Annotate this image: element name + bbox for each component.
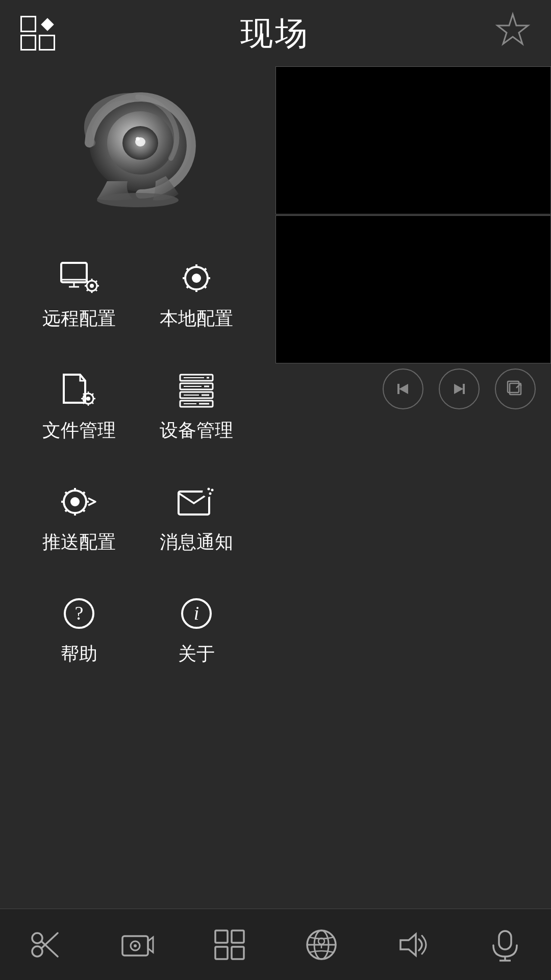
help-label: 帮助 [61, 642, 97, 667]
help-icon: ? [59, 596, 99, 631]
svg-point-6 [136, 137, 140, 141]
player-controls [276, 363, 551, 414]
svg-line-39 [92, 402, 93, 404]
main-content: 远程配置 [0, 66, 551, 914]
remote-config-label: 远程配置 [42, 306, 116, 331]
svg-point-68 [209, 493, 212, 495]
svg-line-84 [41, 933, 58, 948]
svg-line-19 [95, 289, 97, 291]
menu-item-remote-config[interactable]: 远程配置 [20, 240, 138, 352]
file-manage-label: 文件管理 [42, 418, 116, 443]
next-button[interactable] [439, 369, 480, 409]
svg-point-88 [134, 944, 137, 947]
svg-line-28 [187, 268, 189, 271]
star-button[interactable] [495, 12, 531, 55]
camera-logo [61, 77, 214, 219]
svg-rect-76 [463, 384, 465, 394]
logo-cell-3 [20, 35, 36, 51]
menu-grid: 远程配置 [20, 240, 255, 687]
toolbar-grid[interactable] [212, 927, 247, 963]
menu-item-local-config[interactable]: 本地配置 [138, 240, 255, 352]
device-manage-label: 设备管理 [160, 418, 233, 443]
diamond-icon [39, 16, 55, 32]
toolbar-scissors[interactable] [28, 927, 64, 963]
svg-rect-90 [232, 930, 244, 943]
menu-item-file-manage[interactable]: 文件管理 [20, 352, 138, 463]
app-logo [20, 16, 55, 51]
local-config-icon [176, 260, 217, 296]
svg-point-23 [192, 274, 201, 283]
menu-item-help[interactable]: ? 帮助 [20, 575, 138, 687]
svg-marker-1 [497, 14, 528, 44]
bottom-toolbar [0, 909, 551, 980]
svg-line-18 [87, 281, 88, 282]
remote-config-icon [59, 260, 99, 296]
svg-point-7 [97, 193, 179, 207]
menu-item-device-manage[interactable]: 设备管理 [138, 352, 255, 463]
svg-line-31 [187, 286, 189, 288]
svg-marker-75 [454, 384, 463, 394]
edit-button[interactable] [495, 369, 536, 409]
msg-notify-label: 消息通知 [160, 530, 233, 555]
svg-rect-89 [215, 930, 228, 943]
device-manage-icon [176, 372, 217, 408]
msg-notify-icon [176, 484, 217, 520]
about-label: 关于 [178, 642, 215, 667]
grid-logo [20, 16, 55, 51]
logo-cell-1 [20, 16, 36, 32]
toolbar-mic[interactable] [487, 927, 523, 963]
menu-item-push-config[interactable]: 推送配置 [20, 463, 138, 575]
svg-line-63 [65, 509, 67, 511]
local-config-label: 本地配置 [160, 306, 233, 331]
left-panel: 远程配置 [0, 66, 276, 914]
svg-rect-74 [397, 384, 399, 394]
svg-line-60 [65, 492, 67, 494]
logo-cell-diamond [39, 16, 55, 32]
logo-cell-4 [39, 35, 55, 51]
svg-rect-91 [215, 947, 228, 959]
svg-point-55 [70, 497, 80, 506]
toolbar-camera[interactable] [120, 927, 156, 963]
svg-line-29 [204, 286, 206, 288]
svg-point-66 [208, 488, 210, 491]
svg-rect-92 [232, 947, 244, 959]
svg-line-61 [83, 509, 85, 511]
file-manage-icon [59, 372, 99, 408]
toolbar-globe[interactable] [304, 927, 339, 963]
header: 现场 [0, 0, 551, 66]
svg-marker-73 [399, 384, 408, 394]
svg-line-62 [83, 492, 85, 494]
svg-text:i: i [194, 602, 199, 624]
svg-line-21 [95, 281, 97, 282]
prev-button[interactable] [383, 369, 423, 409]
svg-point-67 [211, 489, 214, 492]
svg-line-41 [92, 394, 93, 395]
menu-item-msg-notify[interactable]: 消息通知 [138, 463, 255, 575]
svg-point-13 [90, 284, 94, 288]
svg-line-30 [204, 268, 206, 271]
svg-text:?: ? [75, 602, 84, 624]
svg-marker-98 [400, 934, 416, 955]
svg-rect-99 [499, 931, 511, 949]
header-title: 现场 [240, 11, 310, 56]
camera-logo-svg [66, 82, 209, 214]
svg-line-20 [87, 289, 88, 291]
video-panel-bottom [276, 215, 551, 363]
svg-line-83 [41, 941, 58, 957]
svg-rect-0 [41, 18, 54, 31]
video-panel-top [276, 66, 551, 214]
menu-item-about[interactable]: i 关于 [138, 575, 255, 687]
svg-point-33 [86, 397, 90, 401]
right-panel [276, 66, 551, 914]
toolbar-volume[interactable] [395, 927, 431, 963]
push-config-label: 推送配置 [42, 530, 116, 555]
push-config-icon [59, 484, 99, 520]
about-icon: i [176, 596, 217, 631]
